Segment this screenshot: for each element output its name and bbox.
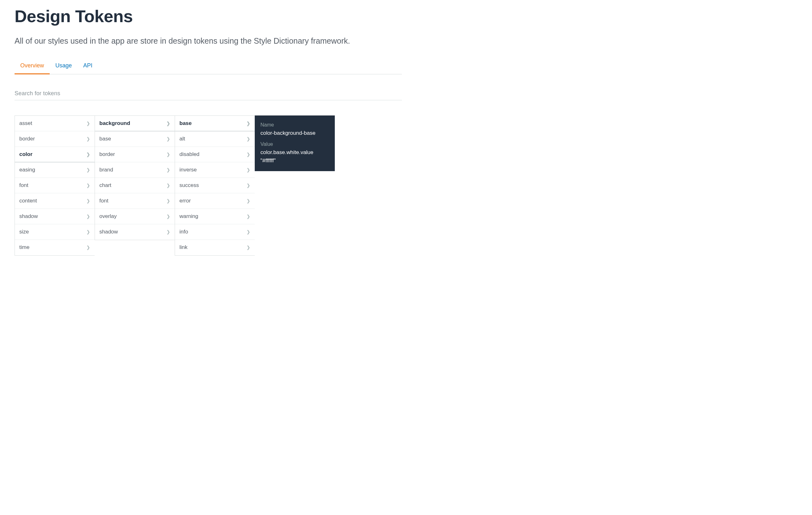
list-item[interactable]: border ❯ bbox=[15, 131, 95, 147]
list-item-label: easing bbox=[19, 167, 35, 173]
list-item-label: base bbox=[179, 120, 192, 126]
list-item-label: disabled bbox=[179, 151, 199, 157]
list-item-label: content bbox=[19, 198, 37, 204]
list-item[interactable]: brand ❯ bbox=[95, 162, 175, 178]
list-item-label: font bbox=[99, 198, 108, 204]
chevron-right-icon: ❯ bbox=[86, 152, 90, 157]
chevron-right-icon: ❯ bbox=[246, 137, 250, 142]
list-item[interactable]: link ❯ bbox=[175, 240, 255, 255]
list-item[interactable]: shadow ❯ bbox=[15, 209, 95, 224]
list-item[interactable]: font ❯ bbox=[95, 193, 175, 209]
list-item[interactable]: size ❯ bbox=[15, 224, 95, 240]
list-item[interactable]: base ❯ bbox=[95, 131, 175, 147]
search-field bbox=[14, 88, 402, 100]
detail-name-value: color-background-base bbox=[260, 129, 329, 137]
chevron-right-icon: ❯ bbox=[86, 168, 90, 173]
chevron-right-icon: ❯ bbox=[246, 214, 250, 219]
list-item[interactable]: alt ❯ bbox=[175, 131, 255, 147]
list-item-label: brand bbox=[99, 167, 113, 173]
list-item[interactable]: shadow ❯ bbox=[95, 224, 175, 240]
detail-value-label: Value bbox=[260, 141, 329, 148]
list-item[interactable]: disabled ❯ bbox=[175, 147, 255, 162]
list-item-label: link bbox=[179, 244, 187, 250]
list-item[interactable]: chart ❯ bbox=[95, 178, 175, 193]
chevron-right-icon: ❯ bbox=[167, 198, 170, 204]
chevron-right-icon: ❯ bbox=[246, 168, 250, 173]
token-browser: asset ❯ border ❯ color ❯ easing ❯ font ❯… bbox=[14, 116, 402, 255]
list-item-label: warning bbox=[179, 213, 198, 219]
chevron-right-icon: ❯ bbox=[86, 214, 90, 219]
chevron-right-icon: ❯ bbox=[246, 121, 250, 126]
list-item[interactable]: success ❯ bbox=[175, 178, 255, 193]
chevron-right-icon: ❯ bbox=[167, 168, 170, 173]
list-item-label: asset bbox=[19, 120, 32, 126]
list-item-label: info bbox=[179, 229, 188, 235]
list-item-label: base bbox=[99, 136, 111, 142]
list-item-label: font bbox=[19, 182, 28, 188]
list-item-label: shadow bbox=[99, 229, 118, 235]
page-subtitle: All of our styles used in the app are st… bbox=[14, 35, 402, 47]
list-item-label: time bbox=[19, 244, 29, 250]
detail-name-label: Name bbox=[260, 121, 329, 129]
chevron-right-icon: ❯ bbox=[246, 152, 250, 157]
chevron-right-icon: ❯ bbox=[246, 183, 250, 188]
list-item-label: background bbox=[99, 120, 130, 126]
detail-value-line2: "#ffffff" bbox=[260, 157, 329, 165]
list-item[interactable]: inverse ❯ bbox=[175, 162, 255, 178]
chevron-right-icon: ❯ bbox=[167, 137, 170, 142]
chevron-right-icon: ❯ bbox=[246, 198, 250, 204]
list-item[interactable]: easing ❯ bbox=[15, 162, 95, 178]
list-item-label: chart bbox=[99, 182, 111, 188]
list-item[interactable]: content ❯ bbox=[15, 193, 95, 209]
tabs: Overview Usage API bbox=[14, 59, 402, 74]
list-item[interactable]: font ❯ bbox=[15, 178, 95, 193]
tab-api[interactable]: API bbox=[78, 59, 98, 74]
chevron-right-icon: ❯ bbox=[167, 229, 170, 234]
chevron-right-icon: ❯ bbox=[167, 152, 170, 157]
list-item-label: overlay bbox=[99, 213, 117, 219]
list-item-label: error bbox=[179, 198, 191, 204]
detail-value-line1: color.base.white.value bbox=[260, 148, 329, 157]
browser-column-1: background ❯ base ❯ border ❯ brand ❯ cha… bbox=[95, 116, 175, 240]
page-title: Design Tokens bbox=[14, 6, 402, 26]
tab-overview[interactable]: Overview bbox=[14, 59, 50, 74]
chevron-right-icon: ❯ bbox=[86, 137, 90, 142]
list-item[interactable]: info ❯ bbox=[175, 224, 255, 240]
list-item[interactable]: border ❯ bbox=[95, 147, 175, 162]
chevron-right-icon: ❯ bbox=[167, 214, 170, 219]
list-item-label: size bbox=[19, 229, 29, 235]
browser-column-2: base ❯ alt ❯ disabled ❯ inverse ❯ succes… bbox=[175, 116, 255, 255]
list-item[interactable]: background ❯ bbox=[95, 116, 175, 131]
list-item[interactable]: time ❯ bbox=[15, 240, 95, 255]
list-item[interactable]: base ❯ bbox=[175, 116, 255, 131]
list-item-label: shadow bbox=[19, 213, 38, 219]
chevron-right-icon: ❯ bbox=[86, 121, 90, 126]
list-item-label: inverse bbox=[179, 167, 197, 173]
detail-panel: Name color-background-base Value color.b… bbox=[255, 116, 335, 172]
chevron-right-icon: ❯ bbox=[246, 245, 250, 250]
chevron-right-icon: ❯ bbox=[167, 121, 170, 126]
list-item[interactable]: error ❯ bbox=[175, 193, 255, 209]
chevron-right-icon: ❯ bbox=[86, 183, 90, 188]
list-item[interactable]: asset ❯ bbox=[15, 116, 95, 131]
chevron-right-icon: ❯ bbox=[86, 198, 90, 204]
chevron-right-icon: ❯ bbox=[86, 245, 90, 250]
chevron-right-icon: ❯ bbox=[86, 229, 90, 234]
list-item-label: border bbox=[99, 151, 115, 157]
list-item-label: alt bbox=[179, 136, 185, 142]
chevron-right-icon: ❯ bbox=[246, 229, 250, 234]
list-item[interactable]: color ❯ bbox=[15, 147, 95, 162]
tab-usage[interactable]: Usage bbox=[50, 59, 78, 74]
list-item-label: success bbox=[179, 182, 199, 188]
chevron-right-icon: ❯ bbox=[167, 183, 170, 188]
browser-column-0: asset ❯ border ❯ color ❯ easing ❯ font ❯… bbox=[14, 116, 95, 255]
list-item-label: border bbox=[19, 136, 35, 142]
search-input[interactable] bbox=[14, 88, 402, 100]
list-item-label: color bbox=[19, 151, 33, 157]
list-item[interactable]: warning ❯ bbox=[175, 209, 255, 224]
list-item[interactable]: overlay ❯ bbox=[95, 209, 175, 224]
